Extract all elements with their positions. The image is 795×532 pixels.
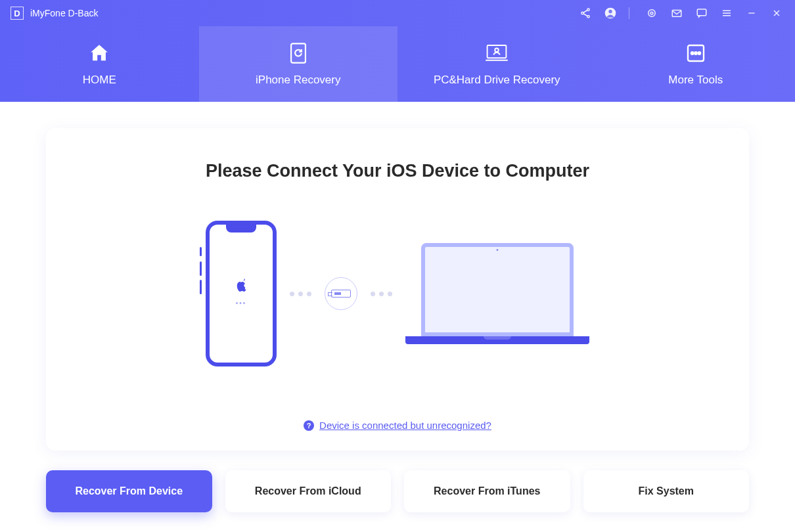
option-recover-from-device[interactable]: Recover From Device <box>46 470 212 512</box>
tab-iphone-recovery[interactable]: iPhone Recovery <box>199 26 398 102</box>
phone-graphic: ••• <box>206 221 277 366</box>
help-link-row: ? Device is connected but unrecognized? <box>304 420 491 431</box>
option-recover-from-itunes[interactable]: Recover From iTunes <box>404 470 570 512</box>
option-fix-system[interactable]: Fix System <box>583 470 750 512</box>
top-nav: HOME iPhone Recovery PC&Hard Drive Recov… <box>0 26 795 102</box>
share-icon[interactable] <box>578 5 593 21</box>
separator <box>629 7 629 19</box>
option-label: Recover From iTunes <box>434 485 540 497</box>
tab-label: iPhone Recovery <box>256 74 340 87</box>
tab-pc-recovery[interactable]: PC&Hard Drive Recovery <box>398 26 597 102</box>
svg-line-3 <box>583 11 587 13</box>
option-label: Fix System <box>639 485 694 497</box>
home-icon <box>88 42 110 64</box>
pc-recovery-icon <box>485 42 509 64</box>
recovery-options: Recover From Device Recover From iCloud … <box>46 470 749 512</box>
refresh-device-icon <box>288 42 308 64</box>
svg-rect-10 <box>697 9 706 16</box>
svg-rect-17 <box>291 43 306 62</box>
settings-icon[interactable] <box>644 5 660 21</box>
connection-dots-right <box>371 292 392 296</box>
more-tools-icon <box>685 42 706 64</box>
usb-icon <box>325 277 357 310</box>
laptop-graphic <box>405 243 589 344</box>
content-area: Please Connect Your iOS Device to Comput… <box>0 102 795 532</box>
app-title: iMyFone D-Back <box>30 8 98 18</box>
tab-label: PC&Hard Drive Recovery <box>434 74 560 87</box>
tab-home[interactable]: HOME <box>0 26 199 102</box>
account-icon[interactable] <box>602 5 618 21</box>
option-recover-from-icloud[interactable]: Recover From iCloud <box>225 470 392 512</box>
minimize-icon[interactable] <box>744 5 760 21</box>
help-icon: ? <box>304 420 314 431</box>
svg-point-23 <box>694 52 696 54</box>
apple-icon <box>235 277 248 297</box>
connection-illustration: ••• <box>206 221 589 366</box>
svg-point-20 <box>495 48 499 52</box>
menu-icon[interactable] <box>719 5 735 21</box>
connection-dots-left <box>290 292 311 296</box>
svg-point-8 <box>650 12 653 14</box>
option-label: Recover From Device <box>75 485 183 497</box>
tab-label: More Tools <box>668 74 723 87</box>
option-label: Recover From iCloud <box>255 485 361 497</box>
svg-point-2 <box>587 16 589 18</box>
svg-point-24 <box>698 52 700 54</box>
mail-icon[interactable] <box>669 5 685 21</box>
app-logo: D <box>11 7 24 20</box>
svg-point-7 <box>648 10 656 17</box>
connect-panel: Please Connect Your iOS Device to Comput… <box>46 128 749 451</box>
svg-point-0 <box>587 9 589 11</box>
help-link[interactable]: Device is connected but unrecognized? <box>319 420 491 431</box>
tab-label: HOME <box>83 74 116 87</box>
svg-point-22 <box>691 52 693 54</box>
svg-line-4 <box>583 14 587 16</box>
titlebar: D iMyFone D-Back <box>0 0 795 26</box>
svg-point-1 <box>581 12 583 14</box>
close-icon[interactable] <box>769 5 784 21</box>
feedback-icon[interactable] <box>694 5 710 21</box>
tab-more-tools[interactable]: More Tools <box>597 26 796 102</box>
svg-point-6 <box>608 10 612 13</box>
panel-heading: Please Connect Your iOS Device to Comput… <box>206 161 589 181</box>
